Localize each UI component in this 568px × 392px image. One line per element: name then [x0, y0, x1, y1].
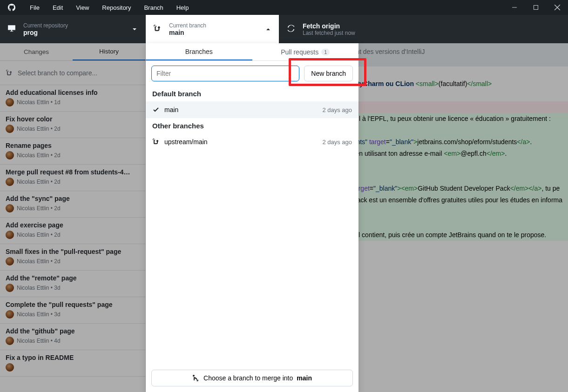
window-maximize[interactable]	[525, 0, 547, 15]
menu-branch[interactable]: Branch	[137, 4, 169, 11]
window-minimize[interactable]	[504, 0, 525, 15]
dropdown-tabs: Branches Pull requests 1	[146, 43, 358, 61]
current-branch-selector[interactable]: Current branch main	[146, 15, 279, 43]
sync-icon	[287, 24, 296, 34]
new-branch-button[interactable]: New branch	[304, 66, 353, 81]
titlebar: File Edit View Repository Branch Help	[0, 0, 568, 15]
repo-value: prog	[23, 29, 68, 36]
default-branch-header: Default branch	[146, 86, 358, 101]
current-repository-selector[interactable]: Current repository prog	[0, 15, 146, 43]
fetch-origin-button[interactable]: Fetch origin Last fetched just now	[279, 15, 568, 43]
fetch-label: Fetch origin	[303, 22, 355, 30]
other-branches-header: Other branches	[146, 118, 358, 133]
fetch-value: Last fetched just now	[303, 30, 355, 36]
branch-label: Current branch	[169, 22, 206, 29]
dropdown-tab-pull-requests[interactable]: Pull requests 1	[252, 43, 359, 60]
chevron-down-icon	[132, 25, 137, 33]
branch-icon	[153, 24, 162, 34]
branch-icon	[152, 138, 160, 146]
merge-branch-button[interactable]: Choose a branch to merge into main	[151, 370, 353, 386]
menu-edit[interactable]: Edit	[46, 4, 69, 11]
pc-icon	[7, 24, 17, 34]
branch-dropdown: Branches Pull requests 1 New branch Defa…	[146, 43, 358, 392]
check-icon	[152, 106, 160, 113]
branch-item-upstream-main[interactable]: upstream/main 2 days ago	[146, 133, 358, 150]
menu-file[interactable]: File	[23, 4, 46, 11]
menu-repository[interactable]: Repository	[95, 4, 137, 11]
chevron-up-icon	[266, 25, 270, 33]
menu-help[interactable]: Help	[170, 4, 196, 11]
branch-value: main	[169, 29, 206, 36]
branch-filter-input[interactable]	[151, 66, 299, 81]
toolbar: Current repository prog Current branch m…	[0, 15, 568, 43]
menu-view[interactable]: View	[69, 4, 95, 11]
repo-label: Current repository	[23, 22, 68, 29]
dropdown-tab-branches[interactable]: Branches	[146, 43, 252, 60]
window-close[interactable]	[547, 0, 568, 15]
branch-item-main[interactable]: main 2 days ago	[146, 101, 358, 118]
pr-count-badge: 1	[321, 49, 330, 55]
modal-backdrop-right[interactable]	[358, 43, 568, 392]
svg-rect-1	[534, 6, 538, 10]
merge-icon	[192, 374, 200, 382]
logo	[0, 4, 23, 11]
modal-backdrop-left[interactable]	[0, 43, 146, 392]
